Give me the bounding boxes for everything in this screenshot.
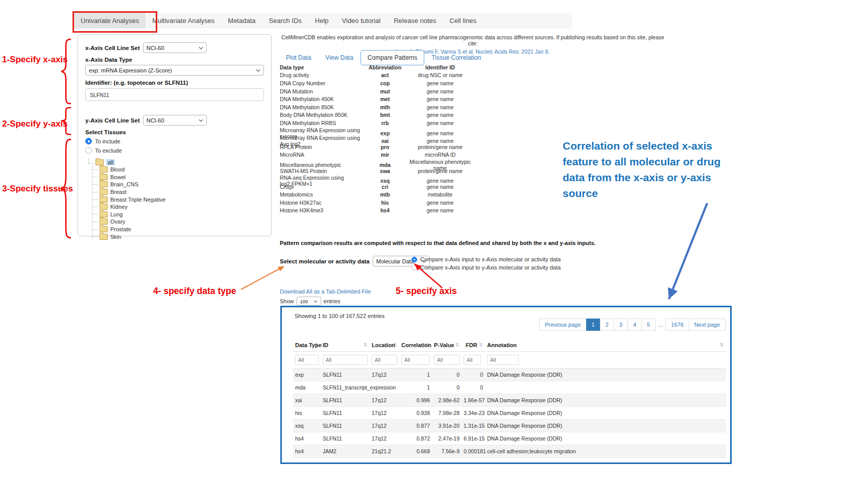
- tissue-tree-item[interactable]: Breast: [92, 188, 264, 196]
- nav-item[interactable]: Cell lines: [443, 13, 483, 29]
- tissue-tree-item-label: Brain_CNS: [110, 181, 138, 187]
- datatype-name: DNA Methylation 450K: [280, 96, 363, 102]
- page-number-button[interactable]: 1676: [665, 319, 689, 331]
- annotation-correlation-note: Correlation of selected x-axis feature t…: [563, 138, 744, 201]
- radio-icon: [85, 138, 92, 144]
- tissue-filter-radio[interactable]: To exclude: [85, 147, 264, 154]
- x-axis-cell-line-set-label: x-Axis Cell Line Set: [85, 45, 140, 51]
- y-axis-cell-line-set-select[interactable]: NCI-60: [143, 115, 207, 126]
- datatype-table-row: DNA Methylation 450K met gene name: [280, 95, 473, 103]
- filter-data-type-input[interactable]: [295, 355, 319, 365]
- filter-p-value-input[interactable]: [434, 355, 460, 365]
- col-header-p-value[interactable]: ⇅P-Value: [432, 339, 462, 352]
- tissue-filter-radio-label: To include: [95, 138, 120, 144]
- next-page-button[interactable]: Next page: [689, 319, 726, 331]
- cell-correlation: 0.668: [399, 445, 432, 458]
- sort-icon[interactable]: ⇅: [479, 342, 483, 348]
- tissue-tree-item[interactable]: Breast Triple Negative: [92, 196, 264, 203]
- tissue-filter-radio-label: To exclude: [95, 148, 122, 154]
- datatype-name: Body DNA Methylation 850K: [280, 112, 363, 118]
- annotation-brace-3: [59, 136, 73, 241]
- cell-annotation: DNA Damage Response (DDR): [485, 407, 726, 420]
- page-number-button[interactable]: ...: [655, 319, 666, 330]
- axis-compare-radio[interactable]: Compare x-Axis input to x-Axis molecular…: [412, 256, 561, 262]
- sort-icon[interactable]: ⇅: [455, 342, 460, 348]
- page-length-value: 100: [300, 299, 308, 304]
- filter-id-input[interactable]: [323, 355, 368, 365]
- tissue-tree-item[interactable]: Prostate: [92, 226, 264, 233]
- datatype-identifier: drug NSC or name: [407, 72, 473, 78]
- page-number-button[interactable]: 4: [628, 319, 642, 331]
- cell-annotation: DNA Damage Response (DDR): [485, 369, 726, 381]
- nav-item[interactable]: Metadata: [221, 13, 262, 29]
- x-axis-cell-line-set-select[interactable]: NCI-60: [143, 42, 207, 53]
- cell-location: 17q12: [370, 432, 399, 445]
- identifier-input[interactable]: [85, 88, 264, 101]
- sort-icon[interactable]: ⇅: [364, 342, 368, 348]
- datatype-abbreviation: mda: [363, 162, 407, 168]
- col-header-fdr[interactable]: ⇅FDR: [462, 339, 485, 352]
- col-header-correlation[interactable]: ⇅Correlation: [399, 339, 432, 352]
- axis-compare-radio[interactable]: Compare x-Axis input to y-Axis molecular…: [412, 264, 561, 271]
- page-length-select[interactable]: 100: [297, 297, 321, 306]
- cell-fdr: 6.91e-15: [462, 432, 485, 445]
- x-axis-data-type-select[interactable]: exp: mRNA Expression (Z-Score): [85, 65, 264, 76]
- tissue-tree-item[interactable]: Ovary: [92, 218, 264, 226]
- filter-location-input[interactable]: [372, 355, 397, 365]
- cell-p-value: 7.98e-28: [432, 407, 462, 420]
- page-number-button[interactable]: 3: [614, 319, 628, 331]
- cell-correlation: 0.877: [399, 420, 432, 432]
- nav-item[interactable]: Help: [308, 13, 335, 29]
- select-tissues-label: Select Tissues: [85, 129, 264, 135]
- datatype-identifier: gene name: [407, 200, 473, 206]
- sort-icon[interactable]: ⇅: [720, 342, 724, 348]
- col-header-id[interactable]: ⇅ID: [321, 339, 370, 352]
- nav-item[interactable]: Search IDs: [262, 13, 308, 29]
- tissue-tree-item[interactable]: Kidney: [92, 203, 264, 211]
- filter-annotation-input[interactable]: [487, 355, 519, 365]
- nav-item[interactable]: Release notes: [387, 13, 443, 29]
- tissue-tree-item[interactable]: Brain_CNS: [92, 181, 264, 188]
- filter-correlation-input[interactable]: [401, 355, 430, 365]
- intro-line: CellMinerCDB enables exploration and ana…: [281, 34, 664, 46]
- datatype-abbreviation: rrb: [363, 120, 407, 126]
- nav-item[interactable]: Multivariate Analyses: [146, 13, 221, 29]
- tree-connector: [92, 169, 98, 170]
- nav-item[interactable]: Video tutorial: [335, 13, 388, 29]
- cell-data-type: hs4: [293, 432, 321, 445]
- tissue-tree-item[interactable]: Skin: [92, 233, 264, 240]
- y-axis-cell-line-set-value: NCI-60: [147, 117, 164, 124]
- page-number-button[interactable]: 5: [641, 319, 656, 331]
- col-header-annotation[interactable]: ⇅Annotation: [485, 339, 726, 352]
- datatype-abbreviation: pro: [363, 144, 407, 150]
- cell-fdr: 0.000181: [462, 445, 485, 458]
- datatype-name: Miscellaneous phenotypic: [280, 162, 363, 168]
- download-all-link[interactable]: Download All as a Tab-Delimited File: [280, 288, 371, 295]
- table-row: xsq SLFN11 17q12 0.877 3.91e-20 1.31e-15…: [293, 420, 726, 432]
- col-header-location[interactable]: ⇅Location: [370, 339, 399, 352]
- tissue-tree-root[interactable]: all: [87, 158, 264, 166]
- datatype-table-row: Metabolomics mtb metabolite: [280, 191, 473, 199]
- datatype-abbreviation: bmt: [363, 112, 407, 118]
- nav-item[interactable]: Univariate Analyses: [74, 13, 146, 29]
- annotation-step4: 4- specify data type: [153, 286, 236, 297]
- previous-page-button[interactable]: Previous page: [539, 319, 586, 331]
- view-tab-label: Tissue Correlation: [431, 54, 481, 61]
- datatype-abbreviation: mir: [363, 152, 407, 158]
- folder-icon: [100, 234, 108, 240]
- tissue-tree-item[interactable]: Lung: [92, 211, 264, 218]
- tissue-tree-item[interactable]: Blood: [92, 166, 264, 174]
- filter-fdr-input[interactable]: [464, 355, 481, 365]
- page-number-button[interactable]: 1: [586, 319, 600, 331]
- datatype-abbreviation: cri: [363, 184, 407, 190]
- cell-id: SLFN11: [321, 432, 370, 445]
- axis-settings-panel: x-Axis Cell Line Set NCI-60 x-Axis Data …: [78, 34, 272, 236]
- folder-icon: [100, 226, 108, 232]
- col-header-data-type[interactable]: ⇅Data Type: [293, 339, 321, 352]
- datatype-identifier: gene name: [407, 130, 473, 136]
- cell-data-type: mda: [293, 381, 321, 394]
- datatype-table-row: DNA Methylation 850K mth gene name: [280, 103, 473, 111]
- page-number-button[interactable]: 2: [600, 319, 614, 331]
- tissue-tree-item[interactable]: Bowel: [92, 174, 264, 181]
- tissue-filter-radio[interactable]: To include: [85, 138, 264, 144]
